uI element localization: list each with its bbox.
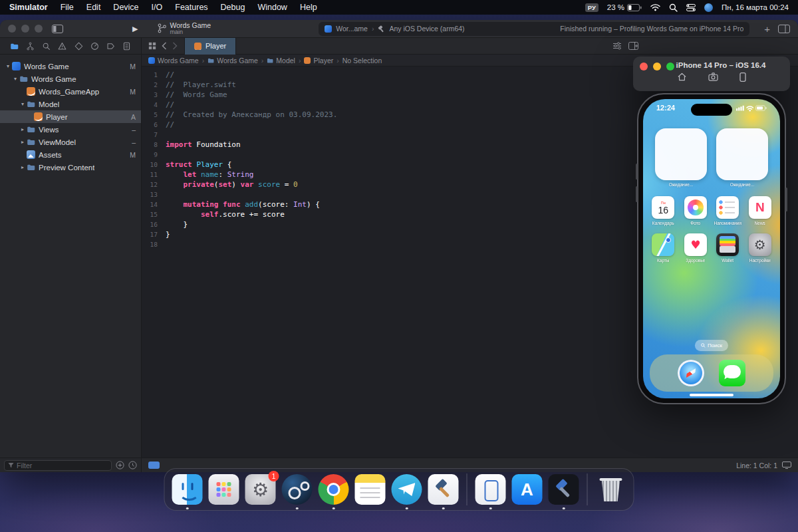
widget-placeholder[interactable] <box>716 128 768 180</box>
disclosure-icon[interactable]: ▾ <box>11 76 19 82</box>
simulator-window-controls[interactable] <box>640 63 674 70</box>
dock-launchpad[interactable] <box>209 474 239 505</box>
filter-field[interactable]: Filter <box>4 460 112 471</box>
dock-steam[interactable] <box>282 474 313 505</box>
menu-app-name[interactable]: Simulator <box>9 3 48 12</box>
menu-debug[interactable]: Debug <box>221 3 245 12</box>
report-navigator-icon[interactable] <box>122 42 131 51</box>
add-editor-button[interactable]: + <box>761 24 773 34</box>
dock-chrome[interactable] <box>319 474 349 505</box>
menu-window[interactable]: Window <box>257 3 287 12</box>
test-navigator-icon[interactable] <box>74 42 83 51</box>
source-control-navigator-icon[interactable] <box>26 42 35 51</box>
zoom-window-button[interactable] <box>35 25 43 33</box>
tab-player[interactable]: Player <box>184 38 236 55</box>
run-button[interactable]: ▶ <box>132 25 138 33</box>
add-editor-split-icon[interactable] <box>628 42 638 50</box>
navigator-item-words-game[interactable]: ▾Words Game <box>0 72 141 85</box>
console-toggle[interactable] <box>148 462 160 469</box>
source-control-status[interactable]: Words Game main <box>158 22 211 35</box>
menu-i-o[interactable]: I/O <box>152 3 163 12</box>
breadcrumb-model-2[interactable]: Model <box>267 57 295 65</box>
forward-button[interactable] <box>172 42 178 50</box>
back-button[interactable] <box>162 42 167 50</box>
dock-telegram[interactable] <box>392 474 422 505</box>
breadcrumb-words-game-0[interactable]: Words Game <box>148 57 199 65</box>
spotlight-search-pill[interactable]: Поиск <box>695 340 728 351</box>
dock-xcodebeta[interactable] <box>549 474 579 505</box>
app-карты[interactable]: Карты <box>652 233 674 263</box>
breakpoint-navigator-icon[interactable] <box>106 42 115 51</box>
disclosure-icon[interactable]: ▸ <box>19 164 27 170</box>
home-indicator[interactable] <box>690 394 733 396</box>
input-source-indicator[interactable]: РУ <box>585 3 598 12</box>
dock-notes[interactable] <box>355 474 386 505</box>
navigator-item-views[interactable]: ▸Views– <box>0 123 141 136</box>
navigator-item-assets[interactable]: AssetsM <box>0 148 141 161</box>
dock-trash[interactable] <box>596 474 626 505</box>
filter-recent-button[interactable] <box>128 461 137 469</box>
device-bezel-icon[interactable] <box>739 72 746 82</box>
app-настройки[interactable]: Настройки <box>749 233 771 263</box>
navigator-item-preview-content[interactable]: ▸Preview Content <box>0 161 141 174</box>
disclosure-icon[interactable]: ▾ <box>19 101 27 107</box>
wifi-icon[interactable] <box>650 4 660 11</box>
widget-placeholder[interactable] <box>655 128 707 180</box>
scheme-label[interactable]: Wor...ame <box>336 25 368 33</box>
window-controls[interactable] <box>8 25 43 33</box>
menu-clock[interactable]: Пн, 16 марта 00:24 <box>722 3 789 11</box>
disclosure-icon[interactable]: ▸ <box>19 139 27 145</box>
minimize-window-button[interactable] <box>653 63 661 70</box>
battery-indicator[interactable]: 23 % <box>607 3 642 11</box>
issue-navigator-icon[interactable] <box>58 42 66 51</box>
display-icon[interactable] <box>782 462 791 469</box>
simulator-titlebar[interactable]: iPhone 14 Pro – iOS 16.4 <box>633 57 790 91</box>
menu-features[interactable]: Features <box>175 3 207 12</box>
breadcrumb-player-3[interactable]: Player <box>304 57 333 65</box>
editor-layout-button[interactable] <box>778 25 790 33</box>
breadcrumb-no-selection-4[interactable]: No Selection <box>342 57 382 65</box>
dock-appstore[interactable] <box>512 474 543 505</box>
app-здоровье[interactable]: Здоровье <box>684 233 707 263</box>
close-window-button[interactable] <box>640 63 648 70</box>
app-напоминания[interactable]: Напоминания <box>714 196 742 225</box>
debug-navigator-icon[interactable] <box>90 42 99 51</box>
app-wallet[interactable]: Wallet <box>716 233 739 263</box>
app-фото[interactable]: Фото <box>684 196 707 225</box>
navigator-item-words-game[interactable]: ▾Words GameM <box>0 60 141 72</box>
dock-finder[interactable] <box>172 474 203 505</box>
messages-icon[interactable] <box>719 360 745 386</box>
activity-view[interactable]: Wor...ame › Any iOS Device (arm64) Finis… <box>319 22 749 36</box>
menu-edit[interactable]: Edit <box>86 3 101 12</box>
menu-help[interactable]: Help <box>300 3 317 12</box>
project-navigator-icon[interactable] <box>10 42 19 51</box>
iphone-screen[interactable]: 12:24 Ожидание...Ожида <box>643 99 780 398</box>
sidebar-toggle-icon[interactable] <box>52 25 63 33</box>
breadcrumb-words-game-1[interactable]: Words Game <box>207 57 258 65</box>
home-button-icon[interactable] <box>677 72 687 81</box>
zoom-window-button[interactable] <box>666 63 674 70</box>
dock-simulator[interactable] <box>475 474 506 505</box>
close-window-button[interactable] <box>8 25 16 33</box>
safari-icon[interactable] <box>678 360 704 386</box>
navigator-item-words-gameapp[interactable]: Words_GameAppM <box>0 85 141 98</box>
navigator-item-model[interactable]: ▾Model <box>0 98 141 110</box>
related-items-icon[interactable] <box>148 42 156 50</box>
search-icon[interactable] <box>669 3 678 12</box>
editor-options-icon[interactable] <box>612 42 622 50</box>
dock-settings[interactable]: 1 <box>245 474 276 505</box>
menu-device[interactable]: Device <box>113 3 138 12</box>
destination-label[interactable]: Any iOS Device (arm64) <box>389 25 464 33</box>
app-календарь[interactable]: Пн16Календарь <box>652 196 674 225</box>
dock-xcode[interactable] <box>428 474 459 505</box>
disclosure-icon[interactable]: ▾ <box>4 63 12 69</box>
find-navigator-icon[interactable] <box>42 42 51 51</box>
menu-extra-app-icon[interactable] <box>704 3 713 12</box>
app-news[interactable]: News <box>749 196 771 225</box>
screenshot-camera-icon[interactable] <box>708 72 718 81</box>
control-center-icon[interactable] <box>686 4 696 11</box>
navigator-item-player[interactable]: PlayerA <box>0 110 141 123</box>
minimize-window-button[interactable] <box>21 25 29 33</box>
add-file-button[interactable] <box>116 461 124 469</box>
menu-file[interactable]: File <box>61 3 74 12</box>
